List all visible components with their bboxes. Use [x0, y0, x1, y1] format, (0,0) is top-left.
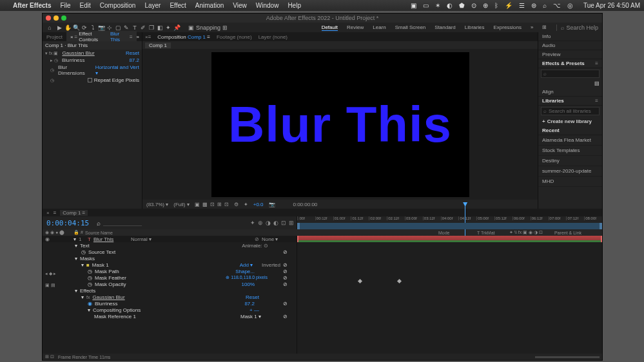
magnification-dropdown[interactable]: (83.7%) ▾ [146, 202, 168, 207]
menu-effect[interactable]: Effect [170, 2, 186, 9]
twirl-icon[interactable]: ▾ [75, 288, 77, 294]
workspace-learn[interactable]: Learn [373, 24, 385, 31]
control-center-icon[interactable]: ⌥ [553, 2, 561, 9]
workspace-expressions[interactable]: Expressions [493, 24, 522, 31]
snapping-opt-icon[interactable]: ⊞ [222, 24, 228, 31]
repeat-edge-checkbox[interactable] [88, 78, 92, 82]
stopwatch-icon[interactable]: ◷ [88, 281, 92, 287]
panel-preview[interactable]: Preview [538, 50, 602, 59]
twirl-icon[interactable]: ▸ [50, 58, 53, 63]
stopwatch-active-icon[interactable]: ◉ [88, 301, 92, 307]
prop-group-effects[interactable]: ▾ Effects [43, 287, 297, 294]
panel-menu-icon[interactable]: × [46, 210, 50, 216]
tl-tool-icon[interactable]: ✦ [250, 220, 255, 226]
home-icon[interactable]: ⌂ [46, 24, 53, 31]
stopwatch-icon[interactable]: ◷ [54, 58, 58, 63]
twirl-icon[interactable]: ▾ [45, 51, 48, 56]
parent-dropdown[interactable]: None ▾ [262, 236, 294, 242]
search-icon[interactable]: ⌕ [543, 2, 547, 9]
resolution-dropdown[interactable]: (Full) ▾ [173, 202, 189, 207]
viewer-button-icon[interactable]: ✦ [244, 202, 248, 207]
panel-audio[interactable]: Audio [538, 41, 602, 50]
twirl-icon[interactable]: ▾ [88, 307, 90, 313]
prop-group-text[interactable]: ▾ Text Animate: ⊙ [43, 242, 297, 249]
library-item[interactable]: Destiny [538, 156, 602, 166]
mask-mode-dropdown[interactable]: Add ▾ [240, 262, 253, 268]
ec-close-icon[interactable]: × [70, 34, 73, 40]
tl-tool-icon[interactable]: ⊡ [281, 220, 286, 226]
menu-animation[interactable]: Animation [195, 2, 224, 9]
work-area-bar[interactable] [297, 223, 602, 229]
preview-time[interactable]: 0:00:00:00 [293, 202, 318, 207]
timeline-zoom-slider[interactable] [535, 356, 600, 358]
panel-menu-icon[interactable]: ≡ [130, 34, 133, 40]
layer-switch-icons[interactable]: ▣ ▤ [45, 283, 55, 288]
library-item[interactable]: summer-2020-update [538, 166, 602, 176]
panel-align[interactable]: Align [538, 88, 602, 97]
stopwatch-icon[interactable]: ◷ [88, 269, 92, 274]
menu-view[interactable]: View [233, 2, 247, 9]
mask-row[interactable]: ▾ ■ Mask 1 Add ▾ Inverted ⊘ [43, 262, 297, 268]
fx-toggle-icon[interactable]: fx [49, 51, 52, 56]
timeline-tracks[interactable] [297, 236, 602, 354]
tab-composition[interactable]: Composition Comp 1 ≡ [157, 34, 210, 40]
panel-overflow-icon[interactable]: » [137, 34, 142, 40]
twirl-icon[interactable]: ▾ [75, 243, 77, 249]
new-bin-icon[interactable]: ▤ [594, 81, 600, 86]
graph-editor-icon[interactable]: ⊞ [289, 220, 294, 226]
menu-edit[interactable]: Edit [80, 2, 91, 9]
comp-opts-add[interactable]: + — [249, 307, 259, 313]
panel-effects-presets[interactable]: Effects & Presets≡ [538, 59, 602, 68]
dropbox-icon[interactable]: ⬟ [459, 2, 465, 9]
workspace-review[interactable]: Review [347, 24, 364, 31]
menu-composition[interactable]: Composition [100, 2, 136, 9]
tl-tool-icon[interactable]: ⊕ [258, 220, 263, 226]
app-name[interactable]: After Effects [13, 2, 51, 9]
menu-help[interactable]: Help [288, 2, 301, 9]
snapshot-icon[interactable]: 📷 [269, 202, 275, 207]
eraser-tool-icon[interactable]: ◧ [157, 24, 163, 31]
twirl-icon[interactable]: ▾ [75, 256, 77, 262]
time-ruler[interactable]: :00f 00:12f 01:00f 01:12f 02:00f 02:12f … [297, 216, 602, 223]
prop-blurriness[interactable]: ◉ Blurriness 87.2 ⊘ [43, 300, 297, 307]
keyframe-icon[interactable] [358, 279, 362, 283]
effect-reset-button[interactable]: Reset [126, 50, 139, 56]
twirl-icon[interactable]: ▾ [81, 294, 84, 300]
status-icon[interactable]: ⊙ [471, 2, 476, 9]
timeline-search-input[interactable] [103, 220, 142, 226]
orbit-tool-icon[interactable]: ⟳ [81, 24, 88, 31]
current-time[interactable]: 0:00:04:15 [43, 218, 93, 229]
tab-layer[interactable]: Layer (none) [259, 34, 288, 40]
comp-flowchart-chip[interactable]: Comp 1 [145, 43, 171, 48]
battery-icon[interactable]: ⚡ [505, 2, 512, 9]
prop-mask-opacity[interactable]: ◷ Mask Opacity 100% ⊘ [43, 281, 297, 287]
stopwatch-icon[interactable]: ◷ [88, 275, 92, 281]
bluetooth-icon[interactable]: ᛒ [494, 2, 498, 9]
create-new-library-button[interactable]: + Create new library [538, 117, 602, 126]
workspace-default[interactable]: Default [322, 24, 338, 31]
status-icon[interactable]: ☰ [519, 2, 525, 9]
keyframe-icon[interactable] [397, 279, 402, 283]
stopwatch-icon[interactable]: ◷ [50, 68, 54, 73]
tl-tool-icon[interactable]: ◐ [273, 220, 278, 226]
stopwatch-icon[interactable]: ◷ [50, 78, 54, 83]
toggle-switches-icon[interactable]: ⊞ ⊡ [45, 354, 54, 359]
timeline-tab[interactable]: Comp 1 ≡ [60, 210, 88, 216]
libraries-search-input[interactable]: ⌕ Search all libraries [541, 107, 600, 115]
cc-sync-icon[interactable]: ✶ [435, 2, 440, 9]
shape-tool-icon[interactable]: ▢ [115, 24, 121, 31]
layer-duration-bar[interactable] [297, 236, 602, 242]
col-parent[interactable]: Parent & Link [554, 231, 600, 235]
status-icon[interactable]: ▣ [411, 2, 416, 9]
layer-name[interactable]: Blur This [93, 236, 128, 242]
type-tool-icon[interactable]: T [132, 24, 138, 31]
prop-mask-path[interactable]: ◷ Mask Path Shape... ⊘ [43, 268, 297, 274]
hand-tool-icon[interactable]: ✋ [64, 24, 71, 31]
library-item[interactable]: MHD [538, 176, 602, 187]
blurriness-value[interactable]: 87.2 [244, 301, 255, 307]
viewer-button-icon[interactable]: ⊡ [210, 202, 215, 207]
roto-tool-icon[interactable]: ✦ [165, 24, 171, 31]
selection-tool-icon[interactable]: ▶ [56, 24, 63, 31]
status-icon[interactable]: ◐ [447, 2, 453, 9]
pen-tool-icon[interactable]: ✎ [123, 24, 130, 31]
